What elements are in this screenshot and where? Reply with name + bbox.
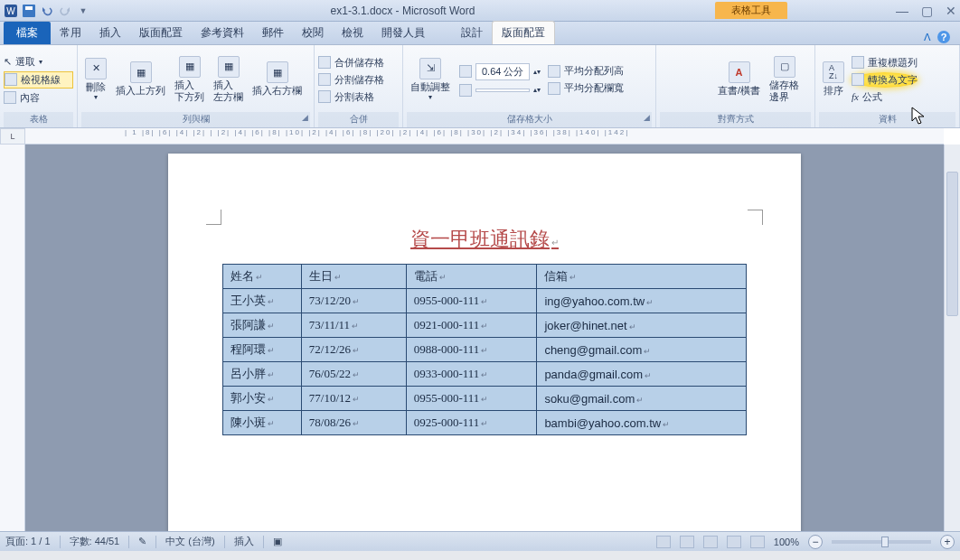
minimize-icon[interactable]: — xyxy=(896,4,908,18)
table-cell[interactable]: 73/11/11 xyxy=(301,313,406,338)
table-cell[interactable]: 0925-000-111 xyxy=(406,411,537,435)
vertical-scrollbar[interactable] xyxy=(944,145,960,531)
print-layout-view[interactable] xyxy=(656,536,671,548)
macro-icon[interactable]: ▣ xyxy=(273,536,282,547)
insert-below-button[interactable]: ▦插入 下方列 xyxy=(171,54,208,105)
zoom-level[interactable]: 100% xyxy=(774,537,799,547)
tab-references[interactable]: 參考資料 xyxy=(192,22,253,44)
spellcheck-icon[interactable]: ✎ xyxy=(138,536,146,547)
outline-view[interactable] xyxy=(727,536,741,548)
repeat-header-button[interactable]: 重複標題列 xyxy=(852,55,918,70)
address-table[interactable]: 姓名 生日 電話 信箱 王小英73/12/200955-000-111ing@y… xyxy=(222,264,747,435)
insert-left-button[interactable]: ▦插入 左方欄 xyxy=(210,54,247,105)
table-cell[interactable]: panda@gmail.com xyxy=(537,362,747,387)
tab-selector[interactable]: L xyxy=(0,128,25,145)
help-icon[interactable]: ? xyxy=(936,30,951,44)
table-cell[interactable]: 郭小安 xyxy=(223,387,302,411)
header-cell[interactable]: 電話 xyxy=(406,265,537,289)
table-cell[interactable]: 78/08/26 xyxy=(301,411,406,435)
table-cell[interactable]: 呂小胖 xyxy=(223,362,302,387)
web-layout-view[interactable] xyxy=(703,536,718,548)
page-indicator[interactable]: 頁面: 1 / 1 xyxy=(5,535,51,548)
table-cell[interactable]: cheng@gmail.com xyxy=(537,338,747,362)
document-title[interactable]: 資一甲班通訊錄 xyxy=(222,226,747,253)
table-row[interactable]: 張阿謙73/11/110921-000-111joker@hinet.net xyxy=(223,313,747,338)
table-cell[interactable]: 76/05/22 xyxy=(301,362,406,387)
table-cell[interactable]: 0955-000-111 xyxy=(406,289,537,313)
table-cell[interactable]: 73/12/20 xyxy=(301,289,406,313)
tab-pagelayout[interactable]: 版面配置 xyxy=(130,22,192,44)
table-row[interactable]: 呂小胖76/05/220933-000-111panda@gmail.com xyxy=(223,362,747,387)
delete-button[interactable]: ✕刪除▾ xyxy=(81,56,110,104)
formula-button[interactable]: fx公式 xyxy=(852,89,918,105)
table-cell[interactable]: 張阿謙 xyxy=(223,313,302,338)
table-cell[interactable]: bambi@yahoo.com.tw xyxy=(537,411,747,435)
autofit-button[interactable]: ⇲自動調整▾ xyxy=(407,56,454,104)
header-cell[interactable]: 信箱 xyxy=(537,265,747,289)
split-table-button[interactable]: 分割表格 xyxy=(318,89,384,105)
select-button[interactable]: ↖選取▾ xyxy=(4,54,73,70)
table-row[interactable]: 程阿環72/12/260988-000-111cheng@gmail.com xyxy=(223,338,747,362)
qat-dropdown-icon[interactable]: ▼ xyxy=(76,4,90,18)
table-cell[interactable]: 0933-000-111 xyxy=(406,362,537,387)
tab-table-layout[interactable]: 版面配置 xyxy=(492,21,555,44)
tab-view[interactable]: 檢視 xyxy=(333,22,372,44)
convert-to-text-button[interactable]: 轉換為文字 xyxy=(852,72,918,88)
table-cell[interactable]: 0988-000-111 xyxy=(406,338,537,362)
redo-icon[interactable] xyxy=(58,4,72,18)
table-row[interactable]: 陳小斑78/08/260925-000-111bambi@yahoo.com.t… xyxy=(223,411,747,435)
zoom-in-button[interactable]: + xyxy=(940,535,955,549)
ribbon-minimize-icon[interactable]: ᐱ xyxy=(924,32,931,43)
properties-button[interactable]: 內容 xyxy=(4,90,73,106)
table-cell[interactable]: 王小英 xyxy=(223,289,302,313)
alignment-grid[interactable] xyxy=(660,53,712,106)
word-count[interactable]: 字數: 44/51 xyxy=(70,535,120,548)
table-cell[interactable]: 0921-000-111 xyxy=(406,313,537,338)
undo-icon[interactable] xyxy=(40,4,54,18)
maximize-icon[interactable]: ▢ xyxy=(921,4,933,18)
zoom-out-button[interactable]: − xyxy=(808,535,823,549)
merge-cells-button[interactable]: 合併儲存格 xyxy=(318,55,384,70)
tab-table-design[interactable]: 設計 xyxy=(452,22,492,44)
tab-home[interactable]: 常用 xyxy=(51,22,90,44)
table-cell[interactable]: ing@yahoo.com.tw xyxy=(537,289,747,313)
header-cell[interactable]: 生日 xyxy=(301,265,406,289)
view-gridlines-button[interactable]: 檢視格線 xyxy=(4,71,73,89)
tab-file[interactable]: 檔案 xyxy=(4,22,51,44)
insert-above-button[interactable]: ▦插入上方列 xyxy=(112,60,169,98)
table-cell[interactable]: 0955-000-111 xyxy=(406,387,537,411)
table-cell[interactable]: joker@hinet.net xyxy=(537,313,747,338)
tab-developer[interactable]: 開發人員 xyxy=(372,22,434,44)
tab-insert[interactable]: 插入 xyxy=(90,22,130,44)
row-height-input[interactable]: 0.64 公分▴▾ xyxy=(459,62,541,81)
draft-view[interactable] xyxy=(750,536,765,548)
table-cell[interactable]: 程阿環 xyxy=(223,338,302,362)
document-viewport[interactable]: 資一甲班通訊錄 姓名 生日 電話 信箱 王小英73/12/200955-000-… xyxy=(25,145,944,531)
table-cell[interactable]: 72/12/26 xyxy=(301,338,406,362)
zoom-slider[interactable] xyxy=(832,540,931,544)
table-cell[interactable]: 陳小斑 xyxy=(223,411,302,435)
table-row[interactable]: 王小英73/12/200955-000-111ing@yahoo.com.tw xyxy=(223,289,747,313)
language-indicator[interactable]: 中文 (台灣) xyxy=(165,535,214,548)
dialog-launcher-icon[interactable]: ◢ xyxy=(644,113,650,122)
table-cell[interactable]: 77/10/12 xyxy=(301,387,406,411)
insert-mode[interactable]: 插入 xyxy=(234,535,254,548)
distribute-rows-button[interactable]: 平均分配列高 xyxy=(548,63,624,79)
col-width-input[interactable]: ▴▾ xyxy=(459,83,541,98)
cell-margins-button[interactable]: ▢儲存格 邊界 xyxy=(766,54,803,105)
save-icon[interactable] xyxy=(22,4,36,18)
fullscreen-view[interactable] xyxy=(680,536,694,548)
text-direction-button[interactable]: A直書/橫書 xyxy=(714,60,764,98)
close-icon[interactable]: ✕ xyxy=(946,4,956,18)
table-row[interactable]: 郭小安77/10/120955-000-111soku@gmail.com xyxy=(223,387,747,411)
scrollbar-thumb[interactable] xyxy=(946,172,958,316)
horizontal-ruler[interactable]: | 1 |8| |6| |4| |2| | |2| |4| |6| |8| |1… xyxy=(25,128,944,145)
split-cells-button[interactable]: 分割儲存格 xyxy=(318,72,384,88)
insert-right-button[interactable]: ▦插入右方欄 xyxy=(249,60,306,98)
table-cell[interactable]: soku@gmail.com xyxy=(537,387,747,411)
sort-button[interactable]: AZ↓排序 xyxy=(819,60,848,98)
distribute-cols-button[interactable]: 平均分配欄寬 xyxy=(548,80,624,96)
dialog-launcher-icon[interactable]: ◢ xyxy=(302,113,308,122)
tab-review[interactable]: 校閱 xyxy=(293,22,333,44)
header-cell[interactable]: 姓名 xyxy=(223,265,302,289)
